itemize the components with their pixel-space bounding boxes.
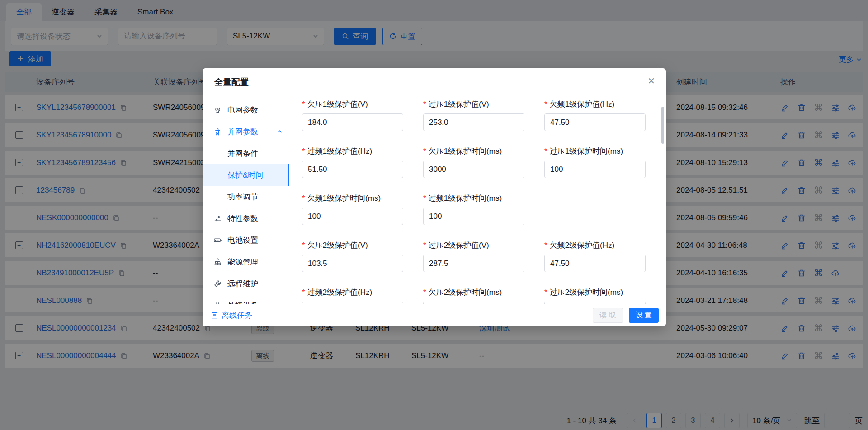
menu-item-label: 并网条件: [227, 148, 258, 159]
offline-task-link[interactable]: 离线任务: [211, 310, 252, 321]
menu-item-grid-conditions[interactable]: 并网条件: [203, 142, 289, 164]
form-field: *过频1级保护时间(ms): [423, 193, 544, 225]
field-label: 欠压2级保护值(V): [307, 241, 368, 250]
field-label: 欠压2级保护时间(ms): [429, 288, 502, 297]
field-input[interactable]: [544, 161, 646, 178]
scrollbar-thumb[interactable]: [661, 107, 664, 144]
menu-item-remote-maintenance[interactable]: 远程维护: [203, 273, 289, 294]
read-button[interactable]: 读 取: [593, 308, 623, 323]
form-field: *欠频1级保护时间(ms): [302, 193, 423, 225]
field-label: 欠频2级保护值(Hz): [550, 241, 615, 250]
menu-item-label: 特性参数: [227, 213, 258, 224]
form-field: *过压2级保护值(V): [423, 240, 544, 272]
form-field: *欠压1级保护时间(ms): [423, 146, 544, 178]
field-input[interactable]: [423, 161, 524, 178]
modal-title: 全量配置: [214, 76, 249, 88]
menu-item-label: 能源管理: [227, 257, 258, 267]
menu-item-grid-params[interactable]: 电网参数: [203, 99, 289, 121]
solar-panel-icon: [213, 258, 222, 266]
set-button[interactable]: 设 置: [629, 308, 659, 323]
menu-item-label: 电网参数: [227, 105, 258, 115]
menu-item-external-devices[interactable]: 外接设备: [203, 294, 289, 304]
menu-item-characteristic-params[interactable]: 特性参数: [203, 208, 289, 229]
field-label: 过压1级保护值(V): [429, 100, 489, 109]
menu-item-grid-connection-params[interactable]: 并网参数: [203, 121, 289, 142]
form-field: *过频1级保护值(Hz): [302, 146, 423, 178]
field-label: 过频1级保护值(Hz): [307, 147, 373, 156]
screen: 全部 逆变器 采集器 Smart Box 请选择设备状态 SL5-12KW 查询…: [0, 0, 868, 430]
offline-task-label: 离线任务: [222, 310, 252, 321]
config-menu: 电网参数 并网参数 并网条件 保护&时间 功率调节 特: [203, 96, 289, 304]
menu-item-label: 电池设置: [227, 235, 258, 246]
menu-item-power-regulation[interactable]: 功率调节: [203, 186, 289, 208]
field-input[interactable]: [544, 255, 646, 272]
form-field: *欠频2级保护值(Hz): [544, 240, 665, 272]
form-field: *欠压1级保护值(V): [302, 99, 423, 131]
menu-item-battery-settings[interactable]: 电池设置: [203, 229, 289, 251]
field-label: 过频1级保护时间(ms): [429, 194, 502, 203]
form-field: *过频2级保护值(Hz): [302, 287, 423, 304]
modal-body: 电网参数 并网参数 并网条件 保护&时间 功率调节 特: [203, 96, 666, 304]
field-input[interactable]: [302, 113, 403, 131]
signal-tower-icon: [213, 106, 222, 114]
field-input[interactable]: [302, 161, 403, 178]
field-input[interactable]: [302, 255, 403, 272]
full-config-modal: 全量配置 ✕ 电网参数 并网参数 并网条件 保护&时间: [203, 68, 666, 326]
menu-item-label: 并网参数: [227, 127, 258, 137]
modal-footer: 离线任务 读 取 设 置: [203, 304, 666, 326]
field-input[interactable]: [302, 208, 403, 225]
battery-icon: [213, 236, 222, 245]
form-field: *过压1级保护值(V): [423, 99, 544, 131]
sliders-icon: [213, 214, 222, 223]
menu-item-energy-management[interactable]: 能源管理: [203, 251, 289, 273]
power-tower-icon: [213, 128, 222, 136]
modal-header: 全量配置 ✕: [203, 68, 666, 96]
field-label: 过压2级保护时间(ms): [550, 288, 623, 297]
field-input[interactable]: [544, 113, 646, 131]
menu-item-label: 功率调节: [227, 192, 258, 202]
field-input[interactable]: [423, 208, 524, 225]
field-input[interactable]: [423, 113, 524, 131]
field-label: 过压1级保护时间(ms): [550, 147, 623, 156]
menu-item-label: 外接设备: [227, 300, 258, 304]
form-field: *欠压2级保护时间(ms): [423, 287, 544, 304]
wrench-icon: [213, 279, 222, 288]
menu-item-label: 远程维护: [227, 279, 258, 289]
menu-item-protection-time[interactable]: 保护&时间: [203, 164, 289, 186]
close-icon[interactable]: ✕: [647, 76, 655, 85]
field-label: 欠频1级保护值(Hz): [550, 100, 615, 109]
field-label: 欠压1级保护时间(ms): [429, 147, 502, 156]
field-label: 过频2级保护值(Hz): [307, 288, 373, 297]
chevron-up-icon: [277, 129, 283, 134]
field-label: 过压2级保护值(V): [429, 241, 489, 250]
protection-form: *欠压1级保护值(V) *过压1级保护值(V) *欠频1级保护值(Hz) *过频…: [289, 96, 666, 304]
field-label: 欠压1级保护值(V): [307, 100, 368, 109]
form-field: *过压1级保护时间(ms): [544, 146, 665, 178]
offline-task-icon: [211, 312, 218, 319]
form-field: *欠压2级保护值(V): [302, 240, 423, 272]
field-label: 欠频1级保护时间(ms): [307, 194, 381, 203]
field-input[interactable]: [423, 255, 524, 272]
form-field: *欠频1级保护值(Hz): [544, 99, 665, 131]
menu-item-label: 保护&时间: [227, 170, 263, 180]
form-field: *过压2级保护时间(ms): [544, 287, 665, 304]
